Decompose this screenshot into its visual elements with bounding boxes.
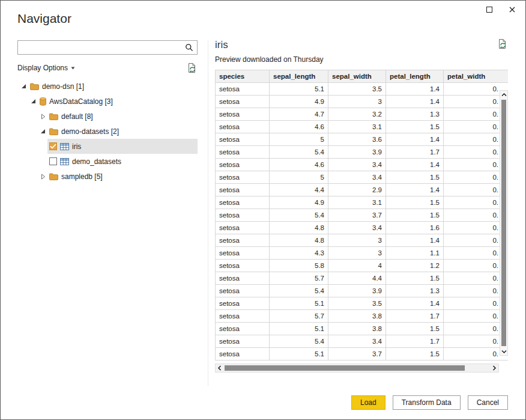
search-box — [17, 40, 198, 55]
table-cell: 3.6 — [328, 133, 386, 146]
table-cell: setosa — [216, 159, 270, 171]
database-icon — [40, 97, 46, 106]
table-cell: setosa — [216, 297, 270, 310]
table-row: setosa53.41.50. — [216, 171, 509, 184]
collapse-arrow-icon[interactable] — [40, 129, 46, 134]
checkbox-unchecked[interactable] — [49, 157, 57, 165]
checkbox-checked[interactable] — [49, 142, 57, 150]
tree-item-awsdatacatalog-3[interactable]: AwsDataCatalog [3] — [17, 94, 198, 109]
expand-arrow-icon[interactable] — [40, 174, 46, 180]
table-cell: 1.4 — [386, 234, 444, 247]
scroll-down-icon[interactable] — [500, 347, 508, 355]
table-cell: 5.1 — [270, 348, 328, 361]
transform-data-button[interactable]: Transform Data — [393, 395, 461, 410]
expand-arrow-icon[interactable] — [40, 114, 46, 120]
load-button[interactable]: Load — [351, 395, 385, 410]
table-cell: setosa — [216, 184, 270, 196]
column-header-petal-width: petal_width — [444, 70, 509, 83]
table-row: setosa5.43.71.50. — [216, 209, 509, 222]
table-cell: 4.3 — [270, 247, 328, 260]
folder-icon — [49, 173, 58, 180]
scroll-left-icon[interactable] — [216, 364, 224, 372]
table-cell: setosa — [216, 121, 270, 133]
preview-table-container: speciessepal_lengthsepal_widthpetal_leng… — [215, 70, 508, 361]
table-cell: 1.4 — [386, 133, 444, 146]
tree-item-sampledb-5[interactable]: sampledb [5] — [17, 169, 198, 184]
table-cell: setosa — [216, 323, 270, 335]
table-cell: setosa — [216, 247, 270, 260]
tree-item-content: iris — [47, 139, 198, 154]
table-cell: 0. — [444, 323, 509, 335]
horizontal-scrollbar[interactable] — [215, 364, 499, 373]
table-cell: 0. — [444, 108, 509, 121]
refresh-preview-icon[interactable] — [498, 39, 508, 49]
table-cell: 1.3 — [386, 285, 444, 297]
table-cell: setosa — [216, 96, 270, 108]
table-row: setosa4.83.41.60. — [216, 222, 509, 234]
table-cell: setosa — [216, 209, 270, 222]
tree-item-demo-datasets[interactable]: demo_datasets — [17, 154, 198, 169]
preview-header: iris — [215, 39, 508, 51]
table-cell: 3.1 — [328, 196, 386, 209]
table-row: setosa4.63.11.50. — [216, 121, 509, 133]
preview-table: speciessepal_lengthsepal_widthpetal_leng… — [215, 70, 508, 361]
table-cell: setosa — [216, 171, 270, 184]
preview-title: iris — [215, 39, 228, 51]
tree-item-demo-datasets-2[interactable]: demo-datasets [2] — [17, 124, 198, 139]
table-cell: 1.7 — [386, 146, 444, 159]
collapse-arrow-icon[interactable] — [30, 99, 37, 104]
table-row: setosa5.73.81.70. — [216, 310, 509, 323]
table-cell: 4.9 — [270, 196, 328, 209]
horizontal-scroll-thumb[interactable] — [225, 365, 465, 371]
scroll-up-icon[interactable] — [500, 91, 508, 99]
table-row: setosa5.13.51.40. — [216, 83, 509, 96]
table-cell: 1.5 — [386, 121, 444, 133]
table-cell: 1.4 — [386, 83, 444, 96]
table-cell: setosa — [216, 260, 270, 272]
table-cell: 4.7 — [270, 108, 328, 121]
table-cell: 3.9 — [328, 146, 386, 159]
column-header-sepal-length: sepal_length — [270, 70, 328, 83]
table-cell: setosa — [216, 133, 270, 146]
table-cell: 5 — [270, 133, 328, 146]
table-cell: 1.2 — [386, 260, 444, 272]
tree-indent — [17, 94, 28, 109]
table-row: setosa4.63.41.40. — [216, 159, 509, 171]
table-cell: 0. — [444, 285, 509, 297]
column-header-sepal-width: sepal_width — [328, 70, 386, 83]
table-cell: 1.5 — [386, 209, 444, 222]
tree-item-default-8[interactable]: default [8] — [17, 109, 198, 124]
table-cell: 0. — [444, 272, 509, 285]
scroll-right-icon[interactable] — [490, 364, 498, 372]
table-cell: 5.8 — [270, 260, 328, 272]
dialog-title: Navigator — [17, 11, 71, 26]
table-cell: 3.4 — [328, 159, 386, 171]
tree-item-content: demo_datasets — [47, 154, 198, 169]
search-input[interactable] — [18, 41, 181, 54]
table-cell: 1.5 — [386, 171, 444, 184]
table-row: setosa4.42.91.40. — [216, 184, 509, 196]
table-cell: setosa — [216, 310, 270, 323]
collapse-arrow-icon[interactable] — [20, 84, 27, 89]
close-icon — [509, 7, 515, 13]
cancel-button[interactable]: Cancel — [468, 395, 508, 410]
tree-item-iris[interactable]: iris — [17, 139, 198, 154]
display-options-dropdown[interactable]: Display Options — [17, 64, 75, 72]
refresh-icon[interactable] — [187, 63, 198, 73]
table-cell: 3.8 — [328, 310, 386, 323]
search-icon[interactable] — [181, 41, 197, 54]
vertical-scrollbar[interactable] — [500, 90, 508, 356]
table-cell: 1.4 — [386, 96, 444, 108]
table-row: setosa4.73.21.30. — [216, 108, 509, 121]
tree-item-demo-dsn-1[interactable]: demo-dsn [1] — [17, 79, 198, 94]
table-cell: 5.7 — [270, 310, 328, 323]
table-cell: 0. — [444, 96, 509, 108]
table-cell: 1.7 — [386, 335, 444, 348]
table-row: setosa4.93.11.50. — [216, 196, 509, 209]
table-icon — [60, 143, 69, 150]
table-row: setosa5.13.81.50. — [216, 323, 509, 335]
close-button[interactable] — [505, 4, 519, 16]
vertical-scroll-thumb[interactable] — [501, 100, 506, 346]
navigator-dialog: Navigator Display Options — [0, 0, 526, 420]
maximize-button[interactable] — [482, 4, 497, 16]
